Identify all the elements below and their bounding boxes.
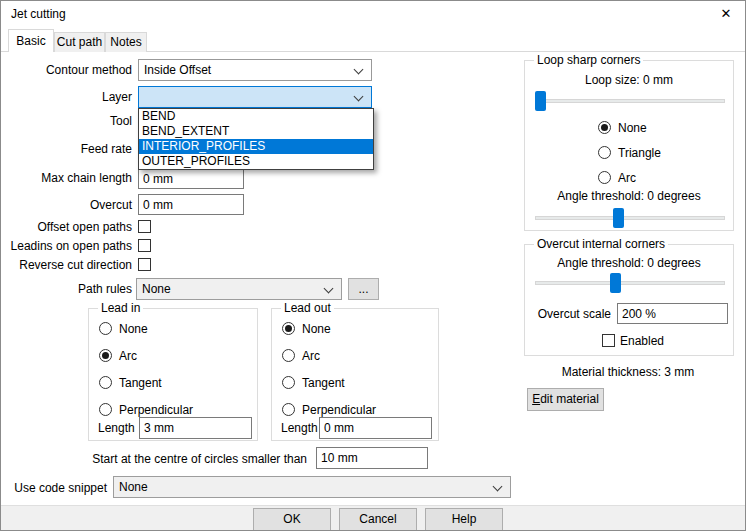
reverse-cut-direction-checkbox[interactable] bbox=[138, 258, 151, 271]
lead-out-option-label: Tangent bbox=[302, 376, 345, 390]
slider-track bbox=[535, 99, 725, 103]
leadins-on-open-paths-label: Leadins on open paths bbox=[1, 239, 132, 254]
lead-out-length-input[interactable] bbox=[319, 417, 432, 439]
help-button[interactable]: Help bbox=[425, 508, 503, 531]
lead-out-option-label: Arc bbox=[302, 349, 320, 363]
loop-radio-triangle[interactable] bbox=[598, 146, 611, 159]
path-rules-more-button[interactable]: ... bbox=[348, 278, 379, 300]
max-chain-length-label: Max chain length bbox=[1, 171, 132, 186]
lead-in-option-label: Perpendicular bbox=[119, 403, 193, 417]
chevron-down-icon bbox=[354, 65, 364, 75]
code-snippet-combobox[interactable]: None bbox=[113, 476, 511, 498]
reverse-cut-direction-label: Reverse cut direction bbox=[1, 258, 132, 273]
close-button[interactable]: ✕ bbox=[713, 3, 739, 25]
slider-track bbox=[535, 216, 725, 220]
layer-dropdown-list: BEND BEND_EXTENT INTERIOR_PROFILES OUTER… bbox=[138, 108, 374, 170]
loop-radio-arc[interactable] bbox=[598, 171, 611, 184]
feed-rate-label: Feed rate bbox=[1, 142, 132, 157]
loop-size-slider[interactable] bbox=[535, 91, 725, 111]
lead-out-group: Lead out None Arc Tangent Perpendicular … bbox=[271, 308, 439, 441]
cancel-button[interactable]: Cancel bbox=[339, 508, 417, 531]
loop-radio-none[interactable] bbox=[598, 121, 611, 134]
lead-out-radio-none[interactable] bbox=[282, 322, 295, 335]
loop-angle-threshold-label: Angle threshold: 0 degrees bbox=[525, 189, 733, 204]
lead-out-length-label: Length bbox=[281, 421, 318, 435]
loop-sharp-corners-title: Loop sharp corners bbox=[534, 53, 643, 68]
offset-open-paths-checkbox[interactable] bbox=[138, 220, 151, 233]
edit-material-button[interactable]: Edit material bbox=[527, 388, 604, 411]
lead-in-length-input[interactable] bbox=[139, 417, 252, 439]
lead-out-option-label: Perpendicular bbox=[302, 403, 376, 417]
lead-in-radio-perpendicular[interactable] bbox=[99, 403, 112, 416]
lead-in-radio-arc[interactable] bbox=[99, 349, 112, 362]
contour-method-value: Inside Offset bbox=[144, 63, 211, 77]
max-chain-length-input[interactable] bbox=[138, 168, 244, 189]
lead-in-option-label: None bbox=[119, 322, 148, 336]
loop-option-label: Arc bbox=[618, 171, 636, 185]
lead-out-option-label: None bbox=[302, 322, 331, 336]
code-snippet-label: Use code snippet bbox=[1, 481, 107, 496]
loop-option-label: Triangle bbox=[618, 146, 661, 160]
path-rules-label: Path rules bbox=[1, 282, 132, 297]
overcut-scale-input[interactable] bbox=[617, 303, 728, 324]
code-snippet-value: None bbox=[119, 480, 148, 494]
start-circles-input[interactable] bbox=[316, 447, 428, 469]
layer-option-interior-profiles[interactable]: INTERIOR_PROFILES bbox=[139, 139, 373, 154]
lead-in-radio-tangent[interactable] bbox=[99, 376, 112, 389]
slider-track bbox=[535, 281, 725, 285]
lead-out-radio-arc[interactable] bbox=[282, 349, 295, 362]
lead-in-option-label: Tangent bbox=[119, 376, 162, 390]
chevron-down-icon bbox=[354, 92, 364, 102]
lead-in-option-label: Arc bbox=[119, 349, 137, 363]
path-rules-combobox[interactable]: None bbox=[136, 278, 342, 300]
window-title: Jet cutting bbox=[11, 7, 66, 21]
loop-size-label: Loop size: 0 mm bbox=[525, 73, 733, 88]
overcut-enabled-checkbox[interactable] bbox=[602, 334, 615, 347]
lead-in-group: Lead in None Arc Tangent Perpendicular L… bbox=[88, 308, 258, 441]
offset-open-paths-label: Offset open paths bbox=[1, 220, 132, 235]
layer-label: Layer bbox=[1, 90, 132, 105]
jet-cutting-dialog: Jet cutting ✕ Basic Cut path Notes Conto… bbox=[0, 0, 746, 531]
layer-option-bend-extent[interactable]: BEND_EXTENT bbox=[139, 124, 373, 139]
layer-option-bend[interactable]: BEND bbox=[139, 109, 373, 124]
loop-angle-slider-thumb[interactable] bbox=[613, 208, 624, 228]
tab-cut-path[interactable]: Cut path bbox=[54, 32, 105, 52]
overcut-enabled-label: Enabled bbox=[620, 334, 664, 348]
contour-method-label: Contour method bbox=[1, 63, 132, 78]
overcut-label: Overcut bbox=[1, 198, 132, 213]
material-thickness-text: Material thickness: 3 mm bbox=[524, 365, 732, 380]
overcut-angle-slider-thumb[interactable] bbox=[610, 273, 621, 293]
lead-in-radio-none[interactable] bbox=[99, 322, 112, 335]
layer-combobox[interactable] bbox=[138, 86, 372, 108]
chevron-down-icon bbox=[324, 284, 334, 294]
chevron-down-icon bbox=[493, 482, 503, 492]
leadins-on-open-paths-checkbox[interactable] bbox=[138, 239, 151, 252]
lead-out-title: Lead out bbox=[281, 301, 334, 316]
overcut-internal-corners-title: Overcut internal corners bbox=[534, 237, 668, 252]
lead-in-title: Lead in bbox=[98, 301, 143, 316]
tab-basic[interactable]: Basic bbox=[8, 29, 54, 52]
ok-button[interactable]: OK bbox=[253, 508, 331, 531]
overcut-input[interactable] bbox=[138, 194, 244, 215]
close-icon: ✕ bbox=[721, 6, 732, 21]
path-rules-value: None bbox=[142, 282, 171, 296]
contour-method-combobox[interactable]: Inside Offset bbox=[138, 59, 372, 81]
start-circles-label: Start at the centre of circles smaller t… bbox=[1, 452, 307, 467]
lead-out-radio-tangent[interactable] bbox=[282, 376, 295, 389]
overcut-scale-label: Overcut scale bbox=[525, 307, 611, 322]
lead-out-radio-perpendicular[interactable] bbox=[282, 403, 295, 416]
loop-sharp-corners-group: Loop sharp corners Loop size: 0 mm None … bbox=[524, 60, 734, 231]
overcut-angle-threshold-label: Angle threshold: 0 degrees bbox=[525, 256, 733, 271]
lead-in-length-label: Length bbox=[98, 421, 135, 435]
loop-size-slider-thumb[interactable] bbox=[535, 91, 546, 111]
tool-label: Tool bbox=[1, 114, 132, 129]
layer-option-outer-profiles[interactable]: OUTER_PROFILES bbox=[139, 154, 373, 169]
overcut-angle-slider[interactable] bbox=[535, 273, 725, 293]
overcut-internal-corners-group: Overcut internal corners Angle threshold… bbox=[524, 244, 734, 356]
loop-angle-slider[interactable] bbox=[535, 208, 725, 228]
loop-option-label: None bbox=[618, 121, 647, 135]
tab-notes[interactable]: Notes bbox=[105, 32, 147, 52]
